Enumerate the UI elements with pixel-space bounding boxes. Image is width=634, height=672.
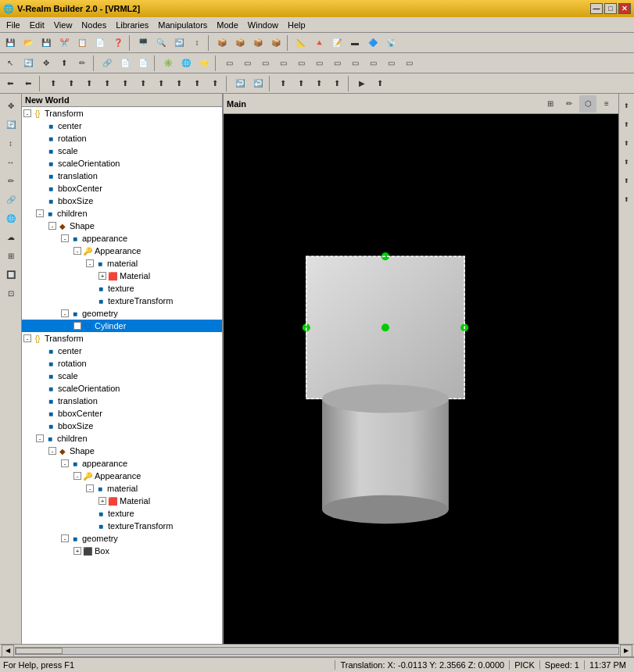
toolbar2-btn[interactable]: 🔄 [20, 55, 37, 72]
expand-btn-t1-Appearance[interactable]: - [73, 247, 81, 255]
toolbar2-btn[interactable]: ▭ [400, 55, 417, 72]
left-sidebar-btn-10[interactable]: ⊡ [2, 284, 20, 302]
scroll-right-btn[interactable]: ▶ [620, 645, 632, 657]
expand-btn-t1-material[interactable]: - [86, 259, 94, 267]
menu-item-edit[interactable]: Edit [25, 19, 49, 31]
toolbar1-btn[interactable]: ↕️ [188, 34, 206, 52]
scroll-left-btn[interactable]: ◀ [2, 645, 14, 657]
expand-btn-t2-geometry[interactable]: - [61, 534, 69, 542]
toolbar3-btn[interactable]: ⬆ [170, 75, 188, 92]
toolbar3-btn[interactable]: ⬆ [134, 75, 152, 92]
toolbar1-btn[interactable]: 📐 [292, 34, 310, 52]
toolbar2-btn[interactable]: ⬆ [56, 55, 73, 72]
toolbar3-btn[interactable]: ⬆ [188, 75, 206, 92]
toolbar1-btn[interactable]: 💾 [2, 34, 19, 52]
right-panel-btn-4[interactable]: ⬆ [618, 172, 635, 189]
viewport-tool-4[interactable]: ≡ [598, 95, 615, 113]
toolbar1-btn[interactable]: 📦 [231, 34, 249, 52]
menu-item-window[interactable]: Window [243, 19, 283, 31]
tree-node-t1-geometry[interactable]: -■geometry [22, 307, 222, 320]
toolbar1-btn[interactable]: 💾 [38, 34, 55, 52]
viewport-tool-1[interactable]: ⊞ [542, 95, 559, 113]
tree-node-t2-scaleOrientation[interactable]: ■scaleOrientation [22, 382, 222, 395]
toolbar3-btn[interactable]: ⬆ [371, 75, 389, 92]
toolbar2-btn[interactable]: ▭ [238, 55, 256, 72]
minimize-button[interactable]: — [590, 3, 603, 14]
tree-node-t1[interactable]: -{}Transform [22, 107, 222, 120]
toolbar1-btn[interactable]: 📋 [73, 34, 91, 52]
scroll-track[interactable] [15, 647, 619, 655]
toolbar3-btn[interactable]: ⬅ [2, 75, 19, 92]
tree-node-t2-Box[interactable]: +⬛Box [22, 545, 222, 557]
tree-node-t2-bboxSize[interactable]: ■bboxSize [22, 420, 222, 432]
scroll-thumb[interactable] [16, 648, 63, 654]
right-panel-btn-1[interactable]: ⬆ [618, 116, 635, 133]
right-panel-btn-2[interactable]: ⬆ [618, 134, 635, 152]
expand-btn-t2-shape[interactable]: - [48, 447, 56, 455]
toolbar2-btn[interactable]: 📄 [116, 55, 134, 72]
toolbar2-btn[interactable]: ⭐ [195, 55, 213, 72]
toolbar1-btn[interactable]: 🔍 [152, 34, 170, 52]
expand-btn-t1-Material[interactable]: + [99, 272, 106, 280]
toolbar2-btn[interactable]: ▭ [328, 55, 346, 72]
toolbar3-btn[interactable]: ⬆ [274, 75, 292, 92]
toolbar2-btn[interactable]: ▭ [292, 55, 310, 72]
toolbar3-btn[interactable]: ↩️ [231, 75, 249, 92]
toolbar2-btn[interactable]: ▭ [382, 55, 399, 72]
toolbar3-btn[interactable]: ⬆ [45, 75, 62, 92]
left-sidebar-btn-1[interactable]: 🔄 [2, 116, 20, 133]
tree-node-t1-translation[interactable]: ■translation [22, 170, 222, 182]
viewport-3d[interactable] [224, 114, 618, 644]
tree-node-t1-Material[interactable]: +🟥Material [22, 270, 222, 282]
left-sidebar-btn-8[interactable]: ⊞ [2, 247, 20, 264]
toolbar1-btn[interactable]: 📦 [249, 34, 267, 52]
toolbar2-btn[interactable]: ✏ [73, 55, 91, 72]
tree-node-t2-texture[interactable]: ■texture [22, 507, 222, 520]
toolbar1-btn[interactable]: 🖥️ [134, 34, 152, 52]
tree-node-t1-texture[interactable]: ■texture [22, 282, 222, 295]
toolbar1-btn[interactable]: ✂️ [56, 34, 73, 52]
expand-btn-t2-Box[interactable]: + [73, 547, 81, 555]
toolbar1-btn[interactable]: 🔷 [364, 34, 381, 52]
tree-node-t2-center[interactable]: ■center [22, 345, 222, 357]
tree-node-t2[interactable]: -{}Transform [22, 332, 222, 345]
menu-item-help[interactable]: Help [283, 19, 310, 31]
menu-item-nodes[interactable]: Nodes [77, 19, 111, 31]
tree-node-t2-rotation[interactable]: ■rotation [22, 357, 222, 370]
tree-node-t2-children[interactable]: -■children [22, 432, 222, 445]
toolbar3-btn[interactable]: ↩️ [249, 75, 267, 92]
toolbar2-btn[interactable]: 🌐 [177, 55, 195, 72]
tree-node-t2-scale[interactable]: ■scale [22, 370, 222, 382]
expand-btn-t1-appearance[interactable]: - [61, 234, 69, 242]
expand-btn-t1-geometry[interactable]: - [61, 309, 69, 317]
toolbar3-btn[interactable]: ⬆ [99, 75, 116, 92]
toolbar2-btn[interactable]: ✥ [38, 55, 55, 72]
toolbar3-btn[interactable]: ⬆ [81, 75, 98, 92]
tree-node-t1-bboxSize[interactable]: ■bboxSize [22, 195, 222, 207]
expand-btn-t2-Appearance[interactable]: - [73, 472, 81, 480]
left-sidebar-btn-6[interactable]: 🌐 [2, 209, 20, 227]
viewport-tool-2[interactable]: ✏ [561, 95, 578, 113]
expand-btn-t2-appearance[interactable]: - [61, 459, 69, 467]
toolbar2-btn[interactable]: ↖ [2, 55, 19, 72]
tree-panel[interactable]: New World -{}Transform■center■rotation■s… [22, 94, 224, 644]
toolbar1-btn[interactable]: 📡 [382, 34, 399, 52]
toolbar1-btn[interactable]: ▬ [346, 34, 364, 52]
toolbar2-btn[interactable]: 📄 [134, 55, 152, 72]
toolbar1-btn[interactable]: 📂 [20, 34, 37, 52]
tree-node-t1-scaleOrientation[interactable]: ■scaleOrientation [22, 157, 222, 170]
left-sidebar-btn-9[interactable]: 🔲 [2, 266, 20, 283]
tree-node-t1-bboxCenter[interactable]: ■bboxCenter [22, 182, 222, 195]
right-panel-btn-0[interactable]: ⬆ [618, 97, 635, 114]
toolbar2-btn[interactable]: ▭ [256, 55, 274, 72]
toolbar1-btn[interactable]: 🔺 [310, 34, 328, 52]
expand-btn-t2-material[interactable]: - [86, 484, 94, 492]
tree-node-t1-textureTransform[interactable]: ■textureTransform [22, 295, 222, 307]
tree-node-t1-Cylinder[interactable]: +⬡Cylinder [22, 320, 222, 332]
toolbar3-btn[interactable]: ⬆ [152, 75, 170, 92]
left-sidebar-btn-0[interactable]: ✥ [2, 97, 20, 114]
right-panel-btn-5[interactable]: ⬆ [618, 191, 635, 208]
toolbar1-btn[interactable]: ↩️ [170, 34, 188, 52]
tree-node-t2-material[interactable]: -■material [22, 482, 222, 495]
expand-btn-t1-shape[interactable]: - [48, 222, 56, 230]
